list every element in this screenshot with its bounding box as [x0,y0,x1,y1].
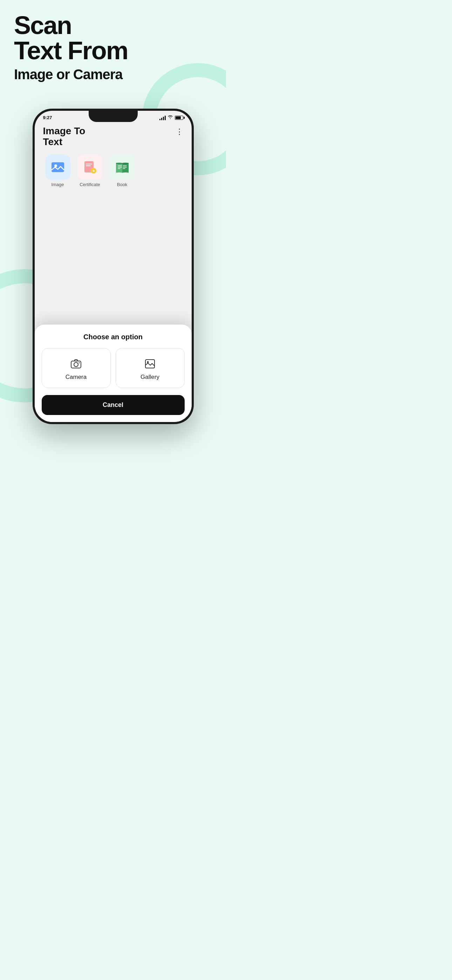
image-icon-bg[interactable] [45,154,70,180]
image-icon-label: Image [51,182,64,187]
svg-rect-3 [86,164,92,164]
certificate-icon-label: Certificate [80,182,100,187]
gallery-option-button[interactable]: Gallery [116,348,185,388]
svg-point-12 [147,361,149,363]
svg-rect-7 [116,163,129,164]
svg-rect-0 [51,162,64,172]
list-item: Book [110,154,135,187]
svg-rect-4 [86,165,91,166]
option-buttons-row: Camera Gallery [42,348,185,388]
list-item: Image [45,154,70,187]
gallery-label: Gallery [140,374,159,381]
status-icons [159,115,183,120]
camera-icon [70,358,82,369]
book-icon-bg[interactable] [110,154,135,180]
svg-point-10 [79,363,80,363]
hero-subtitle: Image or Camera [14,67,212,83]
phone-notch [89,111,138,122]
app-title-line1: Image To [43,126,86,136]
wifi-icon [168,115,173,120]
camera-option-button[interactable]: Camera [42,348,111,388]
phone-frame: 9:27 [33,109,194,424]
hero-section: Scan Text From Image or Camera [14,13,212,83]
hero-title-line2: Text From [14,37,128,65]
camera-label: Camera [65,374,86,381]
bottom-sheet: Choose an option Camera [35,325,192,422]
cancel-button[interactable]: Cancel [42,395,185,415]
battery-icon [175,116,183,120]
signal-icon [159,115,166,120]
sheet-title: Choose an option [42,333,185,341]
list-item: ★ Certificate [78,154,103,187]
gallery-icon [144,358,156,369]
hero-title-line1: Scan [14,11,72,39]
app-icons-row: Image ★ Certificate [35,151,192,191]
hero-title: Scan Text From [14,13,212,63]
status-time: 9:27 [43,115,52,120]
svg-point-9 [74,363,78,367]
svg-text:★: ★ [92,169,95,173]
certificate-icon-bg[interactable]: ★ [78,154,103,180]
app-title: Image To Text [43,126,86,148]
phone-mockup: 9:27 [33,109,194,424]
app-header: Image To Text ⋮ [35,120,192,151]
app-title-line2: Text [43,136,63,147]
phone-screen: 9:27 [35,111,192,422]
menu-dots-icon[interactable]: ⋮ [175,127,183,136]
book-icon-label: Book [117,182,127,187]
svg-point-1 [54,164,57,167]
